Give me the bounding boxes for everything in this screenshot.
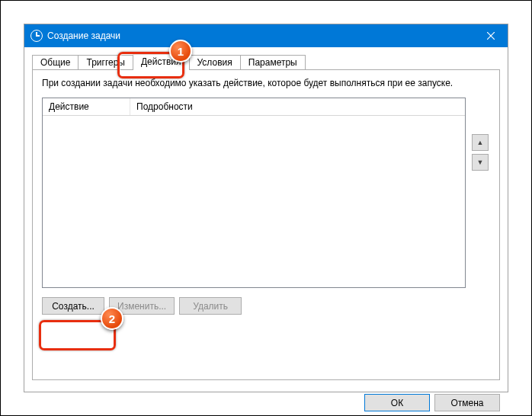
cancel-button[interactable]: Отмена xyxy=(434,394,500,411)
titlebar: Создание задачи xyxy=(24,24,508,47)
reorder-buttons: ▲ ▼ xyxy=(472,98,490,288)
column-details[interactable]: Подробности xyxy=(130,98,465,115)
action-buttons-row: Создать... Изменить... Удалить xyxy=(42,297,490,315)
client-area: Общие Триггеры Действия Условия Параметр… xyxy=(24,47,508,388)
tab-actions[interactable]: Действия xyxy=(133,54,190,70)
list-area: Действие Подробности ▲ ▼ xyxy=(42,98,490,288)
tab-general[interactable]: Общие xyxy=(32,55,79,70)
tab-conditions[interactable]: Условия xyxy=(189,55,241,70)
edit-button: Изменить... xyxy=(109,297,175,315)
window-title: Создание задачи xyxy=(47,30,120,41)
close-icon xyxy=(487,32,495,40)
column-action[interactable]: Действие xyxy=(43,98,130,115)
dialog-buttons: ОК Отмена xyxy=(24,388,508,416)
instruction-text: При создании задачи необходимо указать д… xyxy=(42,78,490,88)
triangle-up-icon: ▲ xyxy=(477,139,484,146)
close-button[interactable] xyxy=(473,24,508,47)
move-down-button[interactable]: ▼ xyxy=(472,154,489,171)
delete-button: Удалить xyxy=(179,297,242,315)
actions-listview[interactable]: Действие Подробности xyxy=(42,98,466,288)
create-button[interactable]: Создать... xyxy=(42,297,104,315)
ok-button[interactable]: ОК xyxy=(364,394,430,411)
tab-parameters[interactable]: Параметры xyxy=(240,55,306,70)
tab-triggers[interactable]: Триггеры xyxy=(78,55,133,70)
move-up-button[interactable]: ▲ xyxy=(472,134,489,151)
tab-strip: Общие Триггеры Действия Условия Параметр… xyxy=(32,53,500,69)
dialog-window: Создание задачи Общие Триггеры Действия … xyxy=(24,24,508,392)
tab-panel-actions: При создании задачи необходимо указать д… xyxy=(32,69,500,380)
triangle-down-icon: ▼ xyxy=(477,158,484,166)
listview-header: Действие Подробности xyxy=(43,98,465,116)
clock-icon xyxy=(30,30,43,42)
